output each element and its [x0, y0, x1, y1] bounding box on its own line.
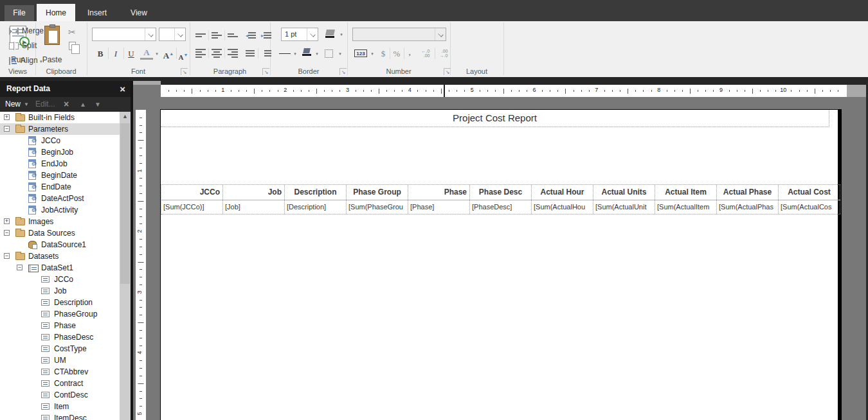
tree-item-beginjob[interactable]: BeginJob [0, 146, 120, 158]
tree-item-dataset1[interactable]: −DataSet1 [0, 262, 120, 274]
collapse-icon[interactable]: − [4, 230, 10, 236]
tab-home[interactable]: Home [37, 4, 75, 21]
tree-item-phasedesc[interactable]: PhaseDesc [0, 331, 120, 343]
tree-item-phase[interactable]: Phase [0, 320, 120, 331]
tree-item-parameters[interactable]: −Parameters [0, 123, 120, 135]
tablix-header-cell[interactable]: Actual Item [655, 185, 717, 200]
border-color-dropdown-icon[interactable]: ▾ [314, 47, 320, 61]
design-surface[interactable]: 12345 Project Cost Report JCCoJobDescrip… [133, 85, 868, 420]
align-button[interactable]: Align ▾ [9, 55, 42, 66]
tablix-header-cell[interactable]: Actual Cost [779, 185, 840, 200]
border-dialog-launcher-icon[interactable]: ↘ [339, 68, 347, 75]
shrink-font-button[interactable]: A▼ [177, 48, 189, 62]
tree-item-phasegroup[interactable]: PhaseGroup [0, 308, 120, 320]
tab-file[interactable]: File [5, 5, 34, 21]
tree-item-endjob[interactable]: EndJob [0, 158, 120, 170]
borders-button[interactable] [321, 47, 336, 60]
tree-item-datasets[interactable]: −Datasets [0, 250, 120, 262]
collapse-icon[interactable]: − [4, 126, 10, 132]
tree-item-jcco[interactable]: JCCo [0, 135, 120, 146]
tree-scrollbar[interactable]: ▲ [120, 112, 131, 420]
underline-button[interactable]: U [125, 47, 138, 61]
merge-button[interactable]: Merge [9, 25, 44, 37]
report-tablix[interactable]: JCCoJobDescriptionPhase GroupPhasePhase … [161, 184, 840, 214]
new-dropdown-icon[interactable]: ▼ [24, 97, 29, 112]
align-top-button[interactable] [194, 29, 208, 42]
tablix-data-cell[interactable]: [Sum(ActualCos [779, 200, 840, 214]
increase-indent-button[interactable]: ▸ [259, 29, 273, 42]
tree-item-job[interactable]: Job [0, 285, 120, 297]
tree-item-item[interactable]: Item [0, 401, 120, 412]
tablix-data-cell[interactable]: [Sum(ActualHou [532, 200, 593, 214]
expand-icon[interactable]: + [4, 218, 10, 224]
collapse-icon[interactable]: − [4, 253, 10, 259]
increase-decimal-button[interactable]: ←.0.00 [418, 47, 433, 60]
scrollbar-thumb[interactable] [120, 123, 130, 284]
tree-item-itemdesc[interactable]: ItemDesc [0, 412, 120, 420]
tree-item-um[interactable]: UM [0, 354, 120, 366]
number-format-dropdown-icon[interactable]: ▾ [369, 47, 375, 61]
align-right-button[interactable] [226, 47, 240, 60]
decrease-decimal-button[interactable]: .00→.0 [436, 47, 451, 60]
expand-icon[interactable]: + [4, 114, 10, 120]
tablix-header-cell[interactable]: Job [223, 185, 285, 200]
currency-button[interactable]: $ [378, 47, 388, 61]
close-icon[interactable]: × [120, 81, 125, 97]
tree-item-description[interactable]: Description [0, 297, 120, 308]
numbered-list-button[interactable] [259, 47, 273, 60]
tablix-data-cell[interactable]: [Description] [285, 200, 347, 214]
tablix-data-cell[interactable]: [Phase] [408, 200, 470, 214]
font-name-combo[interactable] [92, 28, 156, 41]
tablix-header-cell[interactable]: Description [285, 185, 347, 200]
tree-item-datasource1[interactable]: DataSource1 [0, 239, 120, 250]
tablix-data-cell[interactable]: [PhaseDesc] [470, 200, 532, 214]
tree-item-begindate[interactable]: BeginDate [0, 170, 120, 181]
tablix-data-cell[interactable]: [Sum(ActualItem [655, 200, 717, 214]
tree-item-data-sources[interactable]: −Data Sources [0, 227, 120, 239]
font-size-combo[interactable] [159, 28, 186, 41]
tablix-data-cell[interactable]: [Sum(ActualPhas [717, 200, 779, 214]
tree-item-built-in-fields[interactable]: +Built-in Fields [0, 112, 120, 123]
font-color-button[interactable]: A [140, 47, 153, 60]
tree-item-costtype[interactable]: CostType [0, 343, 120, 354]
tree-item-contdesc[interactable]: ContDesc [0, 389, 120, 401]
comma-button[interactable]: , [405, 46, 414, 60]
tree-item-images[interactable]: +Images [0, 216, 120, 227]
align-middle-button[interactable] [210, 29, 224, 42]
grow-font-button[interactable]: A▲ [162, 47, 175, 61]
collapse-icon[interactable]: − [17, 265, 23, 270]
tab-view[interactable]: View [124, 5, 154, 21]
copy-icon[interactable] [69, 42, 76, 50]
italic-button[interactable]: I [109, 47, 122, 61]
tablix-data-cell[interactable]: [Sum(ActualUnit [593, 200, 655, 214]
tablix-header-cell[interactable]: Actual Units [593, 185, 655, 200]
border-style-dropdown-icon[interactable]: ▾ [292, 47, 298, 61]
border-style-button[interactable] [278, 47, 292, 60]
panel-splitter[interactable] [131, 81, 133, 420]
font-color-dropdown-icon[interactable]: ▾ [154, 47, 160, 61]
tablix-header-cell[interactable]: JCCo [161, 185, 223, 200]
decrease-indent-button[interactable]: ◂ [244, 29, 258, 42]
font-dialog-launcher-icon[interactable]: ↘ [181, 68, 188, 75]
report-title-textbox[interactable]: Project Cost Report [161, 110, 829, 127]
tablix-header-cell[interactable]: Actual Hour [532, 185, 593, 200]
tablix-header-cell[interactable]: Phase Group [347, 185, 408, 200]
new-button[interactable]: New [5, 97, 21, 112]
paragraph-dialog-launcher-icon[interactable]: ↘ [262, 68, 269, 75]
tree-item-enddate[interactable]: EndDate [0, 181, 120, 193]
bold-button[interactable]: B [94, 47, 107, 61]
tablix-header-cell[interactable]: Phase Desc [470, 185, 532, 200]
cut-icon[interactable]: ✂ [68, 27, 76, 37]
split-button[interactable]: Split [9, 40, 37, 51]
number-format-button[interactable]: 123 [353, 47, 368, 60]
fill-color-button[interactable] [321, 27, 338, 40]
borders-dropdown-icon[interactable]: ▾ [337, 47, 343, 61]
border-width-combo[interactable]: 1 pt [281, 28, 318, 41]
percent-button[interactable]: % [391, 47, 402, 61]
fill-color-dropdown-icon[interactable]: ▾ [338, 28, 345, 42]
tree-item-contract[interactable]: Contract [0, 378, 120, 389]
align-bottom-button[interactable] [226, 29, 240, 42]
tree-item-ctabbrev[interactable]: CTAbbrev [0, 366, 120, 378]
tablix-header-cell[interactable]: Phase [408, 185, 470, 200]
tablix-header-cell[interactable]: Actual Phase [717, 185, 779, 200]
